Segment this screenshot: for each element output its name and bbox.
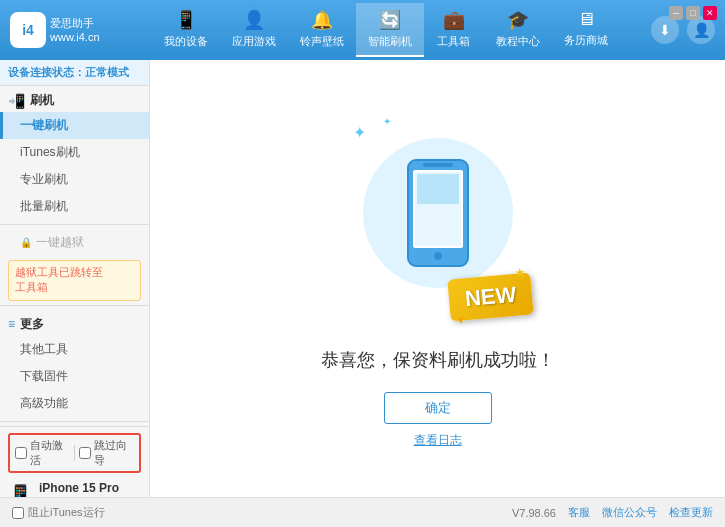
maximize-button[interactable]: □ [686, 6, 700, 20]
tab-toolbox[interactable]: 💼 工具箱 [424, 3, 484, 57]
download-firmware-label: 下载固件 [20, 369, 68, 383]
tab-tutorials-label: 教程中心 [496, 34, 540, 49]
tab-tutorials[interactable]: 🎓 教程中心 [484, 3, 552, 57]
badge-star-icon: ★ [514, 265, 526, 280]
footer: 阻止iTunes运行 V7.98.66 客服 微信公众号 检查更新 [0, 497, 725, 527]
flash-group-header[interactable]: 📲 刷机 [0, 86, 149, 112]
auto-guide-checkbox[interactable]: 跳过向导 [79, 438, 134, 468]
logo-text: 爱思助手 www.i4.cn [50, 16, 100, 45]
phone-circle [363, 138, 513, 288]
wechat-link[interactable]: 微信公众号 [602, 505, 657, 520]
sidebar-item-download-firmware[interactable]: 下载固件 [0, 363, 149, 390]
sidebar-divider-3 [0, 421, 149, 422]
sidebar-divider-1 [0, 224, 149, 225]
check-update-link[interactable]: 检查更新 [669, 505, 713, 520]
device-phone-icon: 📱 [8, 483, 33, 497]
sidebar-divider-2 [0, 305, 149, 306]
user-header-button[interactable]: 👤 [687, 16, 715, 44]
tab-service-label: 务历商城 [564, 33, 608, 48]
tab-my-device-label: 我的设备 [164, 34, 208, 49]
minimize-button[interactable]: ─ [669, 6, 683, 20]
customer-service-link[interactable]: 客服 [568, 505, 590, 520]
device-name: iPhone 15 Pro Max [39, 481, 141, 497]
svg-rect-5 [417, 174, 459, 204]
tab-smart-flash-label: 智能刷机 [368, 34, 412, 49]
status-label: 设备连接状态： [8, 66, 85, 78]
sidebar-item-itunes-flash[interactable]: iTunes刷机 [0, 139, 149, 166]
device-details: iPhone 15 Pro Max 512GB iPhone [39, 481, 141, 497]
nav-tabs: 📱 我的设备 👤 应用游戏 🔔 铃声壁纸 🔄 智能刷机 💼 工具箱 🎓 教程中心… [120, 3, 651, 57]
lock-icon: 🔒 [20, 237, 32, 248]
auto-guide-label: 跳过向导 [94, 438, 134, 468]
badge-arrow-icon: ▼ [456, 314, 467, 326]
svg-point-3 [434, 252, 442, 260]
window-controls[interactable]: ─ □ ✕ [669, 6, 717, 20]
tab-apps-games[interactable]: 👤 应用游戏 [220, 3, 288, 57]
header-icons: ⬇ 👤 [651, 16, 715, 44]
batch-flash-label: 批量刷机 [20, 199, 68, 213]
auto-activate-label: 自动激活 [30, 438, 70, 468]
one-key-flash-label: 一键刷机 [20, 118, 68, 132]
jailbreak-label: 一键越狱 [36, 234, 84, 251]
content-area: ✦ ✦ ★ NEW ▼ 恭喜您，保资料刷机成功啦！ 确定 查看日志 [150, 60, 725, 497]
auto-check-row: 自动激活 跳过向导 [8, 433, 141, 473]
apps-games-icon: 👤 [243, 9, 265, 31]
sidebar-item-one-key-flash[interactable]: 一键刷机 [0, 112, 149, 139]
device-section: 自动激活 跳过向导 📱 iPhone 15 Pro Max 512GB iPho… [0, 426, 149, 497]
tab-service[interactable]: 🖥 务历商城 [552, 3, 620, 57]
success-text: 恭喜您，保资料刷机成功啦！ [321, 348, 555, 372]
tab-ringtones-label: 铃声壁纸 [300, 34, 344, 49]
tab-toolbox-label: 工具箱 [437, 34, 470, 49]
footer-right: V7.98.66 客服 微信公众号 检查更新 [512, 505, 713, 520]
new-badge: ★ NEW ▼ [448, 272, 535, 321]
new-badge-text: NEW [464, 282, 517, 311]
sidebar-item-batch-flash[interactable]: 批量刷机 [0, 193, 149, 220]
version-label: V7.98.66 [512, 507, 556, 519]
more-group-header[interactable]: ≡ 更多 [0, 310, 149, 336]
sparkle2-icon: ✦ [383, 116, 391, 127]
sidebar-status: 设备连接状态：正常模式 [0, 60, 149, 86]
service-icon: 🖥 [577, 9, 595, 30]
footer-left: 阻止iTunes运行 [12, 505, 105, 520]
auto-guide-input[interactable] [79, 447, 91, 459]
more-group-label: 更多 [20, 316, 44, 333]
view-log-link[interactable]: 查看日志 [414, 432, 462, 449]
itunes-label: 阻止iTunes运行 [28, 505, 105, 520]
itunes-check[interactable]: 阻止iTunes运行 [12, 505, 105, 520]
toolbox-icon: 💼 [443, 9, 465, 31]
more-group-icon: ≡ [8, 317, 15, 331]
phone-svg [403, 158, 473, 268]
svg-rect-2 [423, 163, 453, 167]
pro-flash-label: 专业刷机 [20, 172, 68, 186]
tab-apps-games-label: 应用游戏 [232, 34, 276, 49]
tutorials-icon: 🎓 [507, 9, 529, 31]
sidebar-item-pro-flash[interactable]: 专业刷机 [0, 166, 149, 193]
flash-group-icon: 📲 [8, 93, 25, 109]
logo-url: www.i4.cn [50, 30, 100, 44]
smart-flash-icon: 🔄 [379, 9, 401, 31]
my-device-icon: 📱 [175, 9, 197, 31]
device-info: 📱 iPhone 15 Pro Max 512GB iPhone [8, 477, 141, 497]
tab-ringtones[interactable]: 🔔 铃声壁纸 [288, 3, 356, 57]
sidebar: 设备连接状态：正常模式 📲 刷机 一键刷机 iTunes刷机 专业刷机 批量刷机… [0, 60, 150, 497]
download-header-button[interactable]: ⬇ [651, 16, 679, 44]
main-layout: 设备连接状态：正常模式 📲 刷机 一键刷机 iTunes刷机 专业刷机 批量刷机… [0, 60, 725, 497]
logo-icon: i4 [10, 12, 46, 48]
confirm-button[interactable]: 确定 [384, 392, 492, 424]
sparkle-icon: ✦ [353, 123, 366, 142]
tab-my-device[interactable]: 📱 我的设备 [152, 3, 220, 57]
logo-letters: i4 [22, 22, 34, 38]
itunes-checkbox[interactable] [12, 507, 24, 519]
header: i4 爱思助手 www.i4.cn 📱 我的设备 👤 应用游戏 🔔 铃声壁纸 🔄… [0, 0, 725, 60]
flash-group-label: 刷机 [30, 92, 54, 109]
tab-smart-flash[interactable]: 🔄 智能刷机 [356, 3, 424, 57]
auto-activate-input[interactable] [15, 447, 27, 459]
checkbox-divider [74, 445, 75, 461]
sidebar-item-jailbreak: 🔒 一键越狱 [0, 229, 149, 256]
itunes-flash-label: iTunes刷机 [20, 145, 80, 159]
auto-activate-checkbox[interactable]: 自动激活 [15, 438, 70, 468]
sidebar-item-other-tools[interactable]: 其他工具 [0, 336, 149, 363]
close-button[interactable]: ✕ [703, 6, 717, 20]
sidebar-item-advanced[interactable]: 高级功能 [0, 390, 149, 417]
jailbreak-notice: 越狱工具已跳转至工具箱 [8, 260, 141, 301]
